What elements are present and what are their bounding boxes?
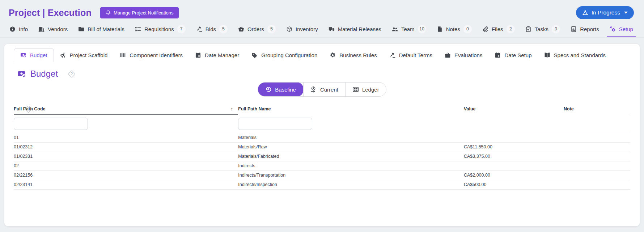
nav-label: Info: [19, 26, 28, 32]
clipboard-check-icon: [525, 26, 531, 32]
page-title: Project | Execution: [9, 8, 92, 18]
table-row[interactable]: 01 Materials: [14, 133, 630, 143]
nav-item-vendors[interactable]: Vendors: [38, 22, 68, 36]
tab-label: Budget: [30, 52, 47, 58]
document-icon: [437, 26, 443, 32]
cell-value: [464, 161, 564, 171]
report-icon: [571, 26, 577, 32]
table-row[interactable]: 01/02331 Materials/Fabricated CA$3,375.0…: [14, 152, 630, 161]
nav-item-info[interactable]: Info: [9, 22, 29, 36]
help-question-mark: ?: [24, 105, 33, 113]
full-path-code-filter-input[interactable]: [14, 118, 88, 130]
column-label: Note: [564, 106, 574, 111]
cell-full-path-name: Materials: [238, 133, 464, 143]
table-row[interactable]: 02 Indirects: [14, 161, 630, 171]
nav-label: Requisitions: [144, 26, 174, 32]
tab-date-manager[interactable]: Date Manager: [189, 48, 245, 62]
nav-item-orders[interactable]: Orders5: [237, 21, 276, 37]
cell-value: CA$11,550.00: [464, 143, 564, 152]
tab-project-scaffold[interactable]: Project Scaffold: [54, 48, 114, 62]
cell-full-path-code: 02/23141: [14, 180, 238, 190]
tab-default-terms[interactable]: Default Terms: [383, 48, 438, 62]
cell-value: [464, 133, 564, 143]
help-question-mark: ?: [67, 69, 76, 78]
tab-label: Project Scaffold: [70, 52, 108, 58]
cell-full-path-name: Indirects/Transportation: [238, 171, 464, 180]
cube-icon: [286, 26, 292, 32]
nav-item-bids[interactable]: Bids5: [195, 21, 228, 37]
calendar-icon: [195, 52, 201, 58]
building-icon: [38, 26, 45, 32]
cell-full-path-code: 01/02312: [14, 143, 238, 152]
setup-subtabs: Budget Project Scaffold Component Identi…: [14, 48, 630, 62]
table-row[interactable]: 02/23141 Indirects/Inspection CA$500.00: [14, 180, 630, 190]
gear-icon: [330, 52, 336, 58]
table-row[interactable]: 02/22156 Indirects/Transportation CA$2,0…: [14, 171, 630, 180]
budget-icon: [20, 52, 26, 58]
tab-date-setup[interactable]: Date Setup: [488, 48, 538, 62]
nav-item-files[interactable]: Files2: [482, 21, 516, 37]
nav-label: Bill of Materials: [88, 26, 124, 32]
status-label: In Progress: [592, 9, 620, 16]
column-label: Full Path Name: [238, 106, 271, 111]
toggle-label: Baseline: [275, 87, 296, 93]
sort-ascending-icon: ↑: [230, 106, 233, 112]
nav-item-tasks[interactable]: Tasks0: [525, 21, 561, 37]
nav-item-setup[interactable]: Setup: [609, 22, 634, 36]
column-header-note[interactable]: Note: [564, 105, 630, 115]
gears-icon: [610, 26, 616, 32]
nav-label: Team: [401, 26, 415, 32]
cell-note: [564, 133, 630, 143]
nav-item-bill-of-materials[interactable]: Bill of Materials: [77, 22, 125, 36]
toggle-ledger[interactable]: Ledger: [345, 83, 386, 96]
status-dropdown-button[interactable]: In Progress: [576, 6, 634, 19]
nav-item-requisitions[interactable]: Requisitions7: [134, 21, 186, 37]
toggle-current[interactable]: Current: [303, 83, 345, 96]
budget-view-toggle: Baseline Current Ledger: [258, 82, 386, 97]
budget-table: Full Path Code ↑ Full Path Name Value No…: [14, 105, 630, 190]
nav-label: Bids: [206, 26, 216, 32]
tab-specs-and-standards[interactable]: Specs and Standards: [538, 48, 612, 62]
cell-full-path-name: Indirects: [238, 161, 464, 171]
tab-evaluations[interactable]: Evaluations: [438, 48, 489, 62]
column-header-full-path-code[interactable]: Full Path Code ↑: [14, 105, 238, 115]
cell-full-path-name: Materials/Fabricated: [238, 152, 464, 161]
chevron-down-icon: [624, 12, 628, 14]
nav-label: Files: [492, 26, 503, 32]
nav-label: Notes: [446, 26, 460, 32]
history-icon: [265, 86, 272, 93]
nav-item-inventory[interactable]: Inventory: [285, 22, 319, 36]
full-path-name-filter-input[interactable]: [238, 118, 312, 130]
book-icon: [544, 52, 550, 58]
tab-label: Specs and Standards: [554, 52, 606, 58]
budget-heading: Budget ?: [17, 68, 630, 80]
toggle-baseline[interactable]: Baseline: [258, 82, 304, 97]
paperclip-icon: [482, 26, 488, 32]
tab-budget[interactable]: Budget: [14, 48, 54, 62]
grid-icon: [352, 86, 359, 93]
nav-item-notes[interactable]: Notes0: [436, 21, 473, 37]
cell-full-path-code: 02: [14, 161, 238, 171]
tab-label: Component Identifiers: [130, 52, 183, 58]
nav-item-reports[interactable]: Reports: [570, 22, 600, 36]
tab-label: Evaluations: [454, 52, 483, 58]
tab-business-rules[interactable]: Business Rules: [323, 48, 383, 62]
help-icon[interactable]: ?: [67, 69, 76, 78]
tab-component-identifiers[interactable]: Component Identifiers: [114, 48, 189, 62]
table-row[interactable]: 01/02312 Materials/Raw CA$11,550.00: [14, 143, 630, 152]
nav-item-material-releases[interactable]: Material Releases: [328, 22, 382, 36]
manage-notifications-button[interactable]: Manage Project Notifications: [100, 7, 179, 18]
people-icon: [392, 26, 398, 32]
checklist-icon: [135, 26, 141, 32]
column-header-full-path-name[interactable]: Full Path Name: [238, 105, 464, 115]
nav-item-team[interactable]: Team10: [391, 21, 427, 37]
tab-grouping-configuration[interactable]: Grouping Configuration: [245, 48, 323, 62]
barcode-icon: [120, 52, 126, 58]
budget-icon: [17, 70, 26, 78]
cell-value: CA$2,000.00: [464, 171, 564, 180]
cell-note: [564, 180, 630, 190]
tab-label: Default Terms: [399, 52, 432, 58]
column-header-value[interactable]: Value: [464, 105, 564, 115]
cell-note: [564, 161, 630, 171]
cell-note: [564, 143, 630, 152]
